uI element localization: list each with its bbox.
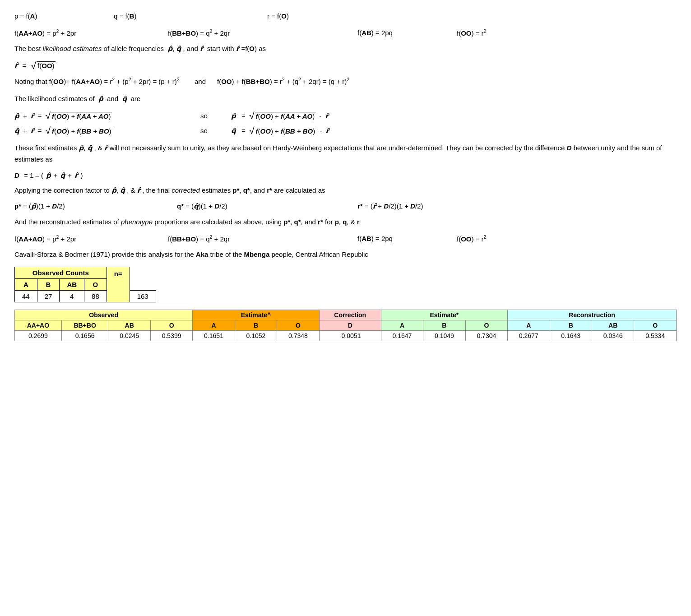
rhat-sqrt-formula: r̂ = √ f(OO) <box>14 61 677 70</box>
val-est-b: 0.1052 <box>235 330 277 341</box>
fbb-formula: f(BB+BO) = q2 + 2qr <box>168 28 357 37</box>
qstar-formula: q* = (q̂)(1 + D/2) <box>177 202 357 210</box>
val-n: 163 <box>130 290 156 302</box>
header-observed: Observed <box>15 310 193 320</box>
val-estr-b: 0.1049 <box>423 330 465 341</box>
val-rec-a: 0.2677 <box>508 330 550 341</box>
sub-aa-ao: AA+AO <box>15 320 62 330</box>
val-rec-ab: 0.0346 <box>592 330 634 341</box>
header-correction: Correction <box>319 310 381 320</box>
col-ab-header: AB <box>60 278 84 290</box>
p-definition: p = f(A) <box>14 11 114 22</box>
n-label-cell: n= <box>107 267 130 302</box>
observed-title: Observed Counts <box>15 267 107 278</box>
reconstructed-para: And the reconstructed estimates of pheno… <box>14 217 677 228</box>
val-obs-bb-bo: 0.1656 <box>61 330 108 341</box>
stats-table: Observed Estimate^ Correction Estimate* … <box>14 310 677 341</box>
sub-estr-a: A <box>381 320 423 330</box>
val-b: 27 <box>37 290 60 302</box>
header-estimate-star: Estimate* <box>381 310 507 320</box>
col-b-header: B <box>37 278 60 290</box>
likelihood-para: The likelihood estimates of p̂ and q̂ ar… <box>14 93 677 105</box>
observed-counts-table: Observed Counts n= A B AB O 44 27 4 88 1… <box>14 267 156 302</box>
sub-rec-a: A <box>508 320 550 330</box>
val-ab: 4 <box>60 290 84 302</box>
qhat-formula-right: q̂ = √ f(OO) + f(BB + BO) - r̂ <box>231 126 329 135</box>
sub-o: O <box>150 320 192 330</box>
so-1: so <box>177 112 231 120</box>
fab-formula: f(AB) = 2pq <box>357 29 457 37</box>
foo-formula: f(OO) = r2 <box>457 28 486 37</box>
sub-est-a: A <box>193 320 235 330</box>
sub-corr-d: D <box>319 320 381 330</box>
val-obs-aa-ao: 0.2699 <box>15 330 62 341</box>
rstar-formula: r* = (r̂ + D/2)(1 + D/2) <box>357 202 423 210</box>
sub-rec-b: B <box>550 320 592 330</box>
first-estimates-para: These first estimates p̂, q̂ , & r̂ will… <box>14 143 677 165</box>
val-est-a: 0.1651 <box>193 330 235 341</box>
val-obs-ab: 0.0245 <box>108 330 150 341</box>
val-o: 88 <box>84 290 107 302</box>
val-est-o: 0.7348 <box>277 330 319 341</box>
phat-formula-left: p̂ + r̂ = √ f(OO) + f(AA + AO) <box>14 111 177 120</box>
phenotype-freq-line: f(AA+AO) = p2 + 2pr f(BB+BO) = q2 + 2qr … <box>14 28 677 37</box>
header-reconstruction: Reconstruction <box>508 310 677 320</box>
so-2: so <box>177 127 231 134</box>
q-definition: q = f(B) <box>114 11 267 22</box>
r-definition: r = f(O) <box>267 11 289 22</box>
sub-estr-o: O <box>465 320 507 330</box>
qhat-formulas-row: q̂ + r̂ = √ f(OO) + f(BB + BO) so q̂ = √… <box>14 126 677 135</box>
sub-est-o: O <box>277 320 319 330</box>
noting-para: Noting that f(OO)+ f(AA+AO) = r2 + (p2 +… <box>14 76 677 88</box>
observed-counts-section: Observed Counts n= A B AB O 44 27 4 88 1… <box>14 267 677 302</box>
sub-rec-o: O <box>634 320 677 330</box>
D-formula: D = 1 – (p̂ + q̂ + r̂ ) <box>14 171 677 180</box>
val-estr-o: 0.7304 <box>465 330 507 341</box>
val-rec-o: 0.5334 <box>634 330 677 341</box>
sub-rec-ab: AB <box>592 320 634 330</box>
line-pqr: p = f(A) q = f(B) r = f(O) <box>14 11 677 22</box>
val-rec-b: 0.1643 <box>550 330 592 341</box>
faa-formula: f(AA+AO) = p2 + 2pr <box>14 28 168 37</box>
col-a-header: A <box>15 278 37 290</box>
header-estimate-caret: Estimate^ <box>193 310 319 320</box>
correction-para: Applying the correction factor to p̂, q̂… <box>14 185 677 196</box>
and-text: and <box>195 78 206 85</box>
pstar-formula: p* = (p̂)(1 + D/2) <box>14 202 177 210</box>
faa-formula-2: f(AA+AO) = p2 + 2pr <box>14 234 168 243</box>
val-a: 44 <box>15 290 37 302</box>
sub-estr-b: B <box>423 320 465 330</box>
val-corr-d: -0.0051 <box>319 330 381 341</box>
sqrt-foo: √ f(OO) <box>31 61 56 70</box>
val-obs-o: 0.5399 <box>150 330 192 341</box>
cavalli-text: Cavalli-Sforza & Bodmer (1971) provide t… <box>14 249 677 260</box>
phat-formulas-row: p̂ + r̂ = √ f(OO) + f(AA + AO) so p̂ = √… <box>14 111 677 120</box>
corrected-estimates-row: p* = (p̂)(1 + D/2) q* = (q̂)(1 + D/2) r*… <box>14 202 677 210</box>
sub-ab: AB <box>108 320 150 330</box>
fbb-formula-2: f(BB+BO) = q2 + 2qr <box>168 234 357 243</box>
qhat-formula-left: q̂ + r̂ = √ f(OO) + f(BB + BO) <box>14 126 177 135</box>
sub-est-b: B <box>235 320 277 330</box>
col-o-header: O <box>84 278 107 290</box>
phenotype-freq-repeat: f(AA+AO) = p2 + 2pr f(BB+BO) = q2 + 2qr … <box>14 234 677 243</box>
val-estr-a: 0.1647 <box>381 330 423 341</box>
fab-formula-2: f(AB) = 2pq <box>357 235 457 242</box>
foo-formula-2: f(OO) = r2 <box>457 234 486 243</box>
phat-formula-right: p̂ = √ f(OO) + f(AA + AO) - r̂ <box>231 111 329 120</box>
sub-bb-bo: BB+BO <box>61 320 108 330</box>
best-likelihood-para: The best likelihood estimates of allele … <box>14 43 677 55</box>
